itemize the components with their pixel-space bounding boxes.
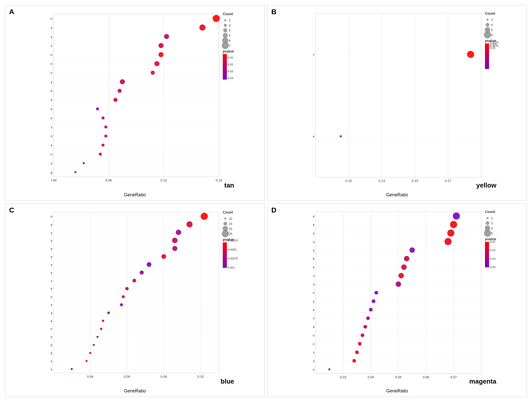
svg-text:0.01: 0.01 (490, 46, 495, 50)
svg-text:0.00075: 0.00075 (228, 257, 238, 260)
svg-point-121 (486, 19, 489, 21)
svg-point-323 (358, 342, 362, 346)
panel-D-label: D (271, 206, 276, 214)
svg-text:Glutamatergic synapse: Glutamatergic synapse (313, 257, 315, 261)
svg-text:0.05: 0.05 (395, 375, 402, 379)
svg-text:0.00025: 0.00025 (228, 239, 238, 242)
svg-point-230 (224, 222, 227, 225)
svg-point-196 (125, 287, 128, 290)
svg-text:0.04: 0.04 (51, 178, 57, 182)
svg-point-284 (447, 229, 454, 237)
svg-text:MicroRNAs in cancer: MicroRNAs in cancer (313, 53, 315, 56)
svg-point-340 (484, 230, 491, 237)
svg-text:5: 5 (491, 232, 493, 235)
x-axis-label-A: GeneRatio (124, 192, 146, 198)
svg-text:0.02: 0.02 (490, 249, 495, 252)
svg-text:Ras signaling pathway: Ras signaling pathway (51, 255, 52, 258)
svg-text:0.03: 0.03 (340, 375, 346, 379)
svg-text:0.16: 0.16 (216, 178, 222, 182)
svg-text:0.04: 0.04 (228, 77, 233, 80)
svg-text:15: 15 (229, 222, 232, 226)
panel-C: C 0.040.060.080.10Neuroactive ligand-rec… (5, 203, 265, 397)
svg-point-14 (200, 25, 206, 31)
svg-text:Cushing syndrome: Cushing syndrome (51, 89, 52, 93)
svg-text:Calcium signaling pathway: Calcium signaling pathway (51, 239, 52, 242)
svg-point-11 (213, 15, 220, 22)
svg-text:Cholinergic synapse: Cholinergic synapse (51, 98, 52, 102)
svg-text:0.10: 0.10 (345, 179, 352, 183)
svg-text:0.04: 0.04 (368, 375, 374, 379)
svg-point-228 (224, 218, 226, 220)
svg-text:2: 2 (491, 217, 493, 220)
chart-area-A: 0.040.080.120.16Neuroactive ligand-recep… (51, 8, 262, 188)
svg-point-334 (486, 217, 489, 219)
svg-text:0.13: 0.13 (379, 179, 385, 183)
svg-text:Insulin secretion: Insulin secretion (51, 62, 52, 66)
svg-rect-113 (316, 13, 481, 177)
chart-area-C: 0.040.060.080.10Neuroactive ligand-recep… (51, 206, 262, 384)
svg-text:Cushing syndrome: Cushing syndrome (313, 223, 315, 226)
svg-point-287 (445, 238, 452, 245)
svg-text:0.01: 0.01 (490, 240, 495, 243)
chart-area-B: 0.100.130.150.17MicroRNAs in cancerInsul… (313, 8, 524, 188)
svg-text:Basal transcription factors: Basal transcription factors (313, 359, 315, 363)
svg-text:0.17: 0.17 (445, 179, 451, 183)
svg-text:Inositol phosphate metabolism: Inositol phosphate metabolism (313, 317, 315, 320)
x-axis-label-D: GeneRatio (386, 388, 408, 394)
svg-text:0.15: 0.15 (412, 179, 418, 183)
chart-svg-D: 0.030.040.050.060.07Huntington diseaseCu… (313, 206, 524, 384)
svg-text:Melanogenesis: Melanogenesis (51, 126, 52, 129)
svg-point-202 (120, 303, 123, 306)
svg-rect-362 (485, 266, 489, 267)
svg-text:Adrenergic signaling in cardio: Adrenergic signaling in cardiomyocytes (51, 44, 52, 48)
svg-text:0.07: 0.07 (450, 375, 457, 379)
svg-point-214 (97, 336, 99, 338)
svg-point-47 (104, 126, 107, 129)
svg-text:pvalue: pvalue (223, 49, 234, 53)
chart-svg-A: 0.040.080.120.16Neuroactive ligand-recep… (51, 8, 262, 188)
svg-point-127 (484, 31, 491, 38)
svg-text:0.08: 0.08 (105, 178, 112, 182)
svg-point-178 (172, 238, 178, 243)
svg-point-299 (398, 273, 404, 278)
svg-text:0.03: 0.03 (228, 70, 233, 73)
panel-B: B 0.100.130.150.17MicroRNAs in cancerIns… (267, 5, 527, 201)
module-label-C: blue (221, 378, 234, 385)
svg-text:MAPK signaling pathway: MAPK signaling pathway (51, 35, 52, 39)
x-axis-label-B: GeneRatio (386, 192, 408, 198)
svg-text:20: 20 (229, 227, 232, 231)
panel-A: A 0.040.080.120.16Neuroactive ligand-rec… (5, 5, 265, 201)
svg-point-326 (355, 350, 359, 354)
svg-point-169 (201, 213, 208, 220)
svg-text:Axon guidance: Axon guidance (51, 271, 52, 274)
svg-text:Hypertrophic cardiomyopathy (H: Hypertrophic cardiomyopathy (HCM) (51, 351, 52, 355)
svg-point-23 (159, 52, 164, 57)
svg-point-314 (366, 316, 370, 320)
svg-text:Peroxisome: Peroxisome (313, 308, 315, 312)
svg-text:0.001: 0.001 (228, 266, 235, 269)
svg-text:0.04: 0.04 (490, 266, 495, 269)
svg-text:4: 4 (229, 29, 231, 32)
svg-point-290 (409, 247, 415, 253)
module-label-D: magenta (469, 378, 496, 385)
svg-rect-8 (53, 14, 219, 177)
svg-text:Count: Count (223, 12, 233, 16)
svg-text:Vibrio cholerae infection: Vibrio cholerae infection (313, 342, 315, 346)
svg-text:Cortisol synthesis and secreti: Cortisol synthesis and secretion (313, 334, 315, 337)
module-label-B: yellow (476, 181, 496, 189)
svg-text:Rap1 signaling pathway: Rap1 signaling pathway (51, 263, 52, 266)
svg-text:Huntington disease: Huntington disease (313, 214, 315, 218)
svg-point-123 (486, 23, 490, 27)
svg-point-223 (85, 360, 87, 362)
svg-point-190 (140, 270, 144, 274)
svg-text:Neuroactive ligand-receptor in: Neuroactive ligand-receptor interaction (51, 17, 52, 20)
svg-point-205 (107, 311, 110, 314)
svg-point-172 (187, 221, 193, 227)
svg-point-50 (104, 134, 107, 137)
svg-text:Morphine addiction: Morphine addiction (51, 327, 52, 331)
svg-point-293 (404, 256, 409, 261)
svg-point-211 (100, 327, 102, 330)
svg-point-68 (223, 28, 227, 32)
svg-point-35 (118, 89, 122, 93)
svg-text:5: 5 (491, 28, 493, 32)
